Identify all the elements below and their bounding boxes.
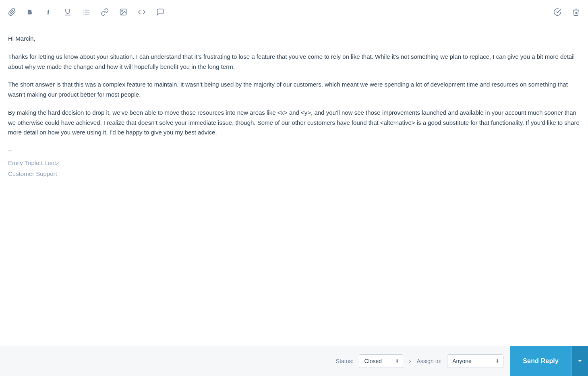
editor-toolbar: B i — [0, 0, 588, 24]
send-reply-group: Send Reply — [510, 346, 588, 376]
paragraph-1: Thanks for letting us know about your si… — [8, 52, 580, 72]
bold-icon[interactable]: B — [25, 6, 36, 18]
status-select[interactable]: Open Closed Pending — [359, 354, 403, 368]
arrow-separator: › — [409, 357, 411, 365]
footer-bar: Status: Open Closed Pending ⬍ › Assign t… — [0, 346, 588, 376]
attachment-icon[interactable] — [6, 6, 18, 18]
assign-label: Assign to: — [417, 358, 441, 364]
signature-name: Emily Triplett Lentz — [8, 158, 580, 168]
paragraph-3: By making the hard decision to drop it, … — [8, 108, 580, 138]
svg-text:i: i — [48, 9, 49, 15]
email-editor[interactable]: Hi Marcin, Thanks for letting us know ab… — [0, 24, 588, 346]
send-reply-button[interactable]: Send Reply — [510, 346, 571, 376]
trash-icon[interactable] — [570, 6, 582, 18]
toolbar-right-icons — [552, 6, 582, 18]
link-icon[interactable] — [99, 6, 110, 18]
image-icon[interactable] — [118, 6, 129, 18]
toolbar-left-icons: B i — [6, 6, 552, 18]
code-icon[interactable] — [136, 6, 147, 18]
status-select-wrapper: Open Closed Pending ⬍ — [359, 354, 403, 368]
assign-select[interactable]: Anyone Me Team — [447, 354, 503, 368]
svg-point-10 — [122, 10, 123, 11]
signature-separator: -- — [8, 146, 580, 156]
send-reply-dropdown-button[interactable] — [571, 346, 588, 376]
list-icon[interactable] — [81, 6, 92, 18]
emoji-icon[interactable] — [155, 6, 166, 18]
assign-select-wrapper: Anyone Me Team ⬍ — [447, 354, 503, 368]
footer-controls: Status: Open Closed Pending ⬍ › Assign t… — [0, 354, 510, 368]
paragraph-2: The short answer is that this was a comp… — [8, 80, 580, 100]
italic-icon[interactable]: i — [43, 6, 55, 18]
underline-icon[interactable] — [62, 6, 73, 18]
status-label: Status: — [336, 358, 354, 364]
signature-role: Customer Support — [8, 169, 580, 179]
check-circle-icon[interactable] — [552, 6, 563, 18]
greeting: Hi Marcin, — [8, 34, 580, 44]
svg-text:B: B — [28, 9, 32, 15]
